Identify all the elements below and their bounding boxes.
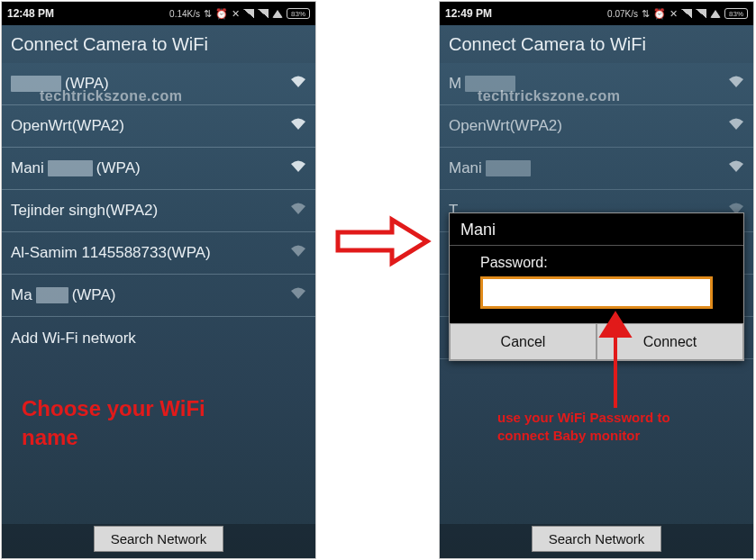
sync-icon: ⇅: [204, 8, 212, 20]
status-time: 12:48 PM: [7, 7, 54, 20]
signal-icon: [696, 9, 706, 18]
status-time: 12:49 PM: [445, 7, 492, 20]
wifi-row[interactable]: Ma(WPA): [2, 275, 315, 317]
wifi-ssid: Ma(WPA): [11, 286, 290, 304]
status-network-speed: 0.07K/s: [607, 9, 638, 19]
annotation-use-password: use your WiFi Password toconnect Baby mo…: [497, 409, 670, 446]
cancel-button[interactable]: Cancel: [450, 324, 597, 360]
status-network-speed: 0.14K/s: [169, 9, 200, 19]
signal-icon: [243, 9, 254, 18]
battery-icon: 83%: [287, 8, 310, 19]
wifi-signal-icon: [290, 287, 306, 303]
vibrate-icon: ✕: [232, 8, 240, 20]
signal-icon: [681, 9, 692, 18]
dialog-title: Mani: [450, 213, 743, 246]
wifi-row[interactable]: Mani: [440, 148, 753, 190]
phone-screen-right: 12:49 PM 0.07K/s ⇅ ⏰ ✕ 83% Connect Camer…: [439, 1, 754, 559]
add-wifi-label: Add Wi-Fi network: [11, 330, 136, 348]
status-bar: 12:48 PM 0.14K/s ⇅ ⏰ ✕ 83%: [2, 2, 315, 25]
search-network-button[interactable]: Search Network: [94, 526, 224, 552]
wifi-ssid: Mani(WPA): [11, 159, 290, 177]
vibrate-icon: ✕: [669, 8, 678, 20]
annotation-choose-wifi: Choose your WiFiname: [22, 394, 205, 453]
phone-screen-left: 12:48 PM 0.14K/s ⇅ ⏰ ✕ 83% Connect Camer…: [1, 1, 316, 559]
password-label: Password:: [480, 255, 713, 271]
watermark-text: techtrickszone.com: [40, 88, 182, 104]
wifi-row[interactable]: OpenWrt(WPA2): [2, 105, 315, 148]
page-title: Connect Camera to WiFi: [440, 25, 753, 63]
status-bar: 12:49 PM 0.07K/s ⇅ ⏰ ✕ 83%: [440, 2, 753, 25]
battery-icon: 83%: [724, 8, 748, 19]
wifi-signal-icon: [290, 160, 306, 176]
password-input[interactable]: [480, 276, 713, 309]
sync-icon: ⇅: [642, 8, 650, 20]
wifi-row[interactable]: OpenWrt(WPA2): [440, 105, 753, 148]
wifi-row[interactable]: Al-Samim 1145588733(WPA): [2, 232, 315, 275]
wifi-signal-icon: [290, 245, 306, 261]
alarm-icon: ⏰: [653, 8, 666, 20]
signal-icon: [258, 9, 269, 18]
arrow-up-icon: [593, 311, 638, 410]
wifi-ssid: Mani: [449, 159, 728, 177]
watermark-text: techtrickszone.com: [478, 88, 620, 104]
arrow-right-icon: [333, 214, 433, 268]
wifi-signal-icon: [290, 118, 306, 134]
alarm-icon: ⏰: [215, 8, 228, 20]
search-network-button[interactable]: Search Network: [532, 526, 662, 552]
wifi-signal-icon: [290, 203, 306, 219]
wifi-ssid: Al-Samim 1145588733(WPA): [11, 244, 290, 262]
wifi-ssid: OpenWrt(WPA2): [449, 117, 728, 135]
wifi-icon: [272, 10, 283, 18]
bottom-bar: Search Network: [440, 524, 753, 558]
add-wifi-network[interactable]: Add Wi-Fi network: [2, 317, 315, 359]
wifi-ssid: OpenWrt(WPA2): [11, 117, 290, 135]
page-title: Connect Camera to WiFi: [2, 25, 315, 63]
wifi-row[interactable]: Mani(WPA): [2, 148, 315, 190]
wifi-icon: [710, 10, 721, 18]
wifi-row[interactable]: Tejinder singh(WPA2): [2, 190, 315, 232]
wifi-signal-icon: [728, 76, 744, 92]
wifi-signal-icon: [290, 76, 306, 92]
wifi-ssid: Tejinder singh(WPA2): [11, 202, 290, 220]
bottom-bar: Search Network: [2, 524, 315, 558]
wifi-signal-icon: [728, 118, 744, 134]
wifi-signal-icon: [728, 160, 744, 176]
